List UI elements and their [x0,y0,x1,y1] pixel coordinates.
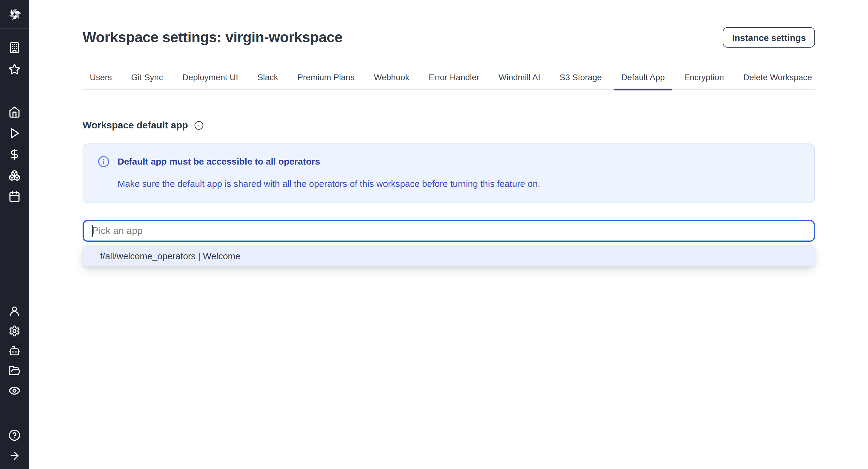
alert-content: Default app must be accessible to all op… [118,155,540,190]
app-picker-option[interactable]: f/all/welcome_operators | Welcome [83,245,815,267]
home-icon [8,106,21,118]
sidebar-workers-button[interactable] [8,345,21,357]
sidebar-admin-nav [0,305,29,397]
star-icon [8,63,21,75]
windmill-pinwheel-icon [6,6,23,22]
sidebar-favorites-button[interactable] [8,63,21,75]
sidebar-folders-button[interactable] [8,365,21,377]
settings-tab[interactable]: Error Handler [421,71,487,90]
page-title: Workspace settings: virgin-workspace [83,27,342,48]
sidebar-resources-button[interactable] [8,169,21,182]
settings-tab[interactable]: Slack [250,71,285,90]
app-picker [83,220,815,242]
settings-tab[interactable]: Encryption [677,71,731,90]
settings-tab-bar: UsersGit SyncDeployment UISlackPremium P… [83,71,815,90]
alert-info-icon [98,155,110,190]
arrow-right-icon [8,450,21,462]
play-icon [8,127,21,139]
section-heading: Workspace default app [83,119,188,132]
sidebar-users-button[interactable] [8,305,21,317]
alert-title: Default app must be accessible to all op… [118,155,540,168]
settings-tab[interactable]: Deployment UI [175,71,245,90]
sidebar [0,0,29,469]
dollar-icon [8,148,21,160]
sidebar-main-nav [0,92,29,202]
operators-alert: Default app must be accessible to all op… [83,144,815,203]
calendar-icon [8,190,21,202]
help-circle-icon [8,429,21,441]
info-icon[interactable] [194,121,204,130]
sidebar-settings-button[interactable] [8,325,21,337]
robot-icon [8,345,21,357]
alert-body: Make sure the default app is shared with… [118,177,540,190]
sidebar-help-button[interactable] [8,429,21,441]
settings-tab[interactable]: Webhook [367,71,416,90]
user-icon [8,305,21,317]
sidebar-runs-button[interactable] [8,127,21,139]
sidebar-schedules-button[interactable] [8,190,21,202]
page-header: Workspace settings: virgin-workspace Ins… [83,0,815,48]
text-caret [92,225,93,237]
boxes-icon [8,169,21,182]
windmill-logo[interactable] [0,0,29,29]
settings-tab[interactable]: Git Sync [124,71,170,90]
sidebar-variables-button[interactable] [8,148,21,160]
sidebar-audit-logs-button[interactable] [8,385,21,397]
settings-tab[interactable]: Default App [614,71,672,90]
instance-settings-button[interactable]: Instance settings [723,27,815,48]
sidebar-expand-button[interactable] [8,450,21,462]
folder-open-icon [8,365,21,377]
gear-icon [8,325,21,337]
app-picker-dropdown: f/all/welcome_operators | Welcome [83,245,815,267]
settings-tab[interactable]: Users [83,71,119,90]
main-content: Workspace settings: virgin-workspace Ins… [29,0,868,267]
settings-tab[interactable]: Delete Workspace [736,71,819,90]
sidebar-footer-nav [0,429,29,462]
app-picker-input[interactable] [83,220,815,242]
settings-tab[interactable]: Windmill AI [491,71,547,90]
settings-tab[interactable]: Premium Plans [290,71,362,90]
sidebar-home-button[interactable] [8,106,21,118]
section-heading-row: Workspace default app [83,119,815,132]
sidebar-workspace-group [0,28,29,92]
sidebar-workspace-button[interactable] [8,41,21,54]
building-icon [8,41,21,54]
settings-tab[interactable]: S3 Storage [553,71,609,90]
app-window: Workspace settings: virgin-workspace Ins… [0,0,868,469]
eye-icon [8,385,21,397]
